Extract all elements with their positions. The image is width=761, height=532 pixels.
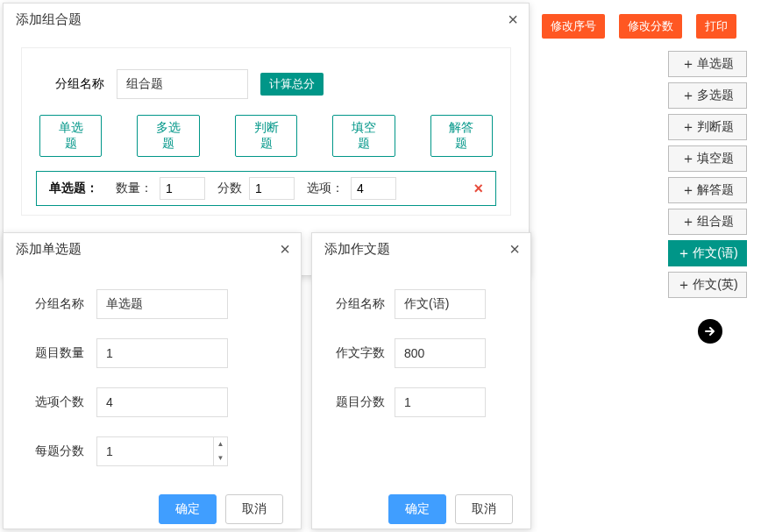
modify-seq-button[interactable]: 修改序号: [542, 14, 605, 39]
config-qty-label: 数量：: [116, 181, 153, 196]
per-score-input[interactable]: [96, 436, 228, 466]
calc-total-button[interactable]: 计算总分: [260, 73, 324, 96]
group-name-label: 分组名称: [326, 296, 395, 312]
plus-icon: ＋: [677, 246, 691, 260]
add-single-dialog: 添加单选题 × 分组名称 题目数量 选项个数 每题分数 ▲ ▼ 确定: [3, 232, 302, 529]
config-score-label: 分数: [217, 181, 242, 196]
side-button-label: 判断题: [697, 119, 734, 135]
side-add-button-0[interactable]: ＋单选题: [668, 51, 747, 77]
ok-button[interactable]: 确定: [159, 494, 217, 524]
per-score-label: 每题分数: [35, 443, 96, 459]
plus-icon: ＋: [677, 278, 691, 292]
dialog-title: 添加单选题: [16, 241, 82, 258]
qtype-judge-button[interactable]: 判断题: [235, 115, 297, 157]
qtype-answer-button[interactable]: 解答题: [430, 115, 493, 157]
side-add-button-3[interactable]: ＋填空题: [668, 145, 747, 172]
print-button[interactable]: 打印: [696, 14, 736, 39]
qty-label: 题目数量: [35, 345, 96, 361]
side-button-label: 组合题: [697, 214, 734, 230]
config-row: 单选题： 数量： 分数 选项： ×: [36, 171, 496, 206]
top-button-row: 修改序号 修改分数 打印: [542, 14, 757, 39]
plus-icon: ＋: [681, 57, 695, 71]
score-label: 题目分数: [326, 394, 395, 410]
next-arrow-icon[interactable]: [698, 319, 722, 344]
plus-icon: ＋: [681, 183, 695, 197]
dialog-title: 添加组合题: [16, 11, 82, 28]
side-add-button-5[interactable]: ＋组合题: [668, 209, 747, 235]
dialog-title: 添加作文题: [324, 241, 390, 258]
dialog-header: 添加组合题 ×: [4, 4, 529, 35]
plus-icon: ＋: [681, 215, 695, 229]
close-icon[interactable]: ×: [509, 240, 520, 258]
side-add-button-4[interactable]: ＋解答题: [668, 177, 747, 203]
side-button-label: 作文(英): [693, 277, 737, 293]
config-score-input[interactable]: [249, 177, 295, 200]
dialog-header: 添加作文题 ×: [312, 233, 530, 265]
options-input[interactable]: [96, 387, 228, 417]
side-button-label: 解答题: [697, 182, 734, 198]
ok-button[interactable]: 确定: [388, 494, 446, 524]
group-name-input[interactable]: [117, 69, 248, 99]
config-qty-input[interactable]: [160, 177, 205, 200]
dialog-header: 添加单选题 ×: [4, 233, 301, 265]
spinner-up-icon[interactable]: ▲: [213, 437, 227, 451]
config-option-label: 选项：: [307, 181, 344, 196]
plus-icon: ＋: [681, 120, 695, 134]
combo-inner-box: 分组名称 计算总分 单选题 多选题 判断题 填空题 解答题 单选题： 数量： 分…: [21, 47, 511, 216]
cancel-button[interactable]: 取消: [455, 494, 513, 524]
side-button-label: 填空题: [697, 151, 734, 167]
side-add-button-7[interactable]: ＋作文(英): [668, 272, 747, 298]
qtype-single-button[interactable]: 单选题: [39, 115, 102, 157]
side-button-label: 作文(语): [693, 245, 737, 261]
spinner-controls: ▲ ▼: [213, 437, 227, 465]
side-button-column: ＋单选题＋多选题＋判断题＋填空题＋解答题＋组合题＋作文(语)＋作文(英): [538, 51, 747, 298]
cancel-button[interactable]: 取消: [225, 494, 283, 524]
group-name-input[interactable]: [395, 289, 486, 319]
score-input[interactable]: [395, 387, 486, 417]
options-label: 选项个数: [35, 394, 96, 410]
words-input[interactable]: [395, 338, 486, 368]
group-name-input[interactable]: [96, 289, 228, 319]
side-add-button-6[interactable]: ＋作文(语): [668, 240, 747, 266]
add-essay-dialog: 添加作文题 × 分组名称 作文字数 题目分数 确定 取消: [311, 232, 531, 529]
right-panel: 修改序号 修改分数 打印 ＋单选题＋多选题＋判断题＋填空题＋解答题＋组合题＋作文…: [538, 14, 757, 344]
side-add-button-1[interactable]: ＋多选题: [668, 82, 747, 109]
modify-score-button[interactable]: 修改分数: [619, 14, 682, 39]
side-add-button-2[interactable]: ＋判断题: [668, 114, 747, 140]
plus-icon: ＋: [681, 152, 695, 166]
qtype-multi-button[interactable]: 多选题: [137, 115, 199, 157]
remove-row-icon[interactable]: ×: [473, 180, 483, 198]
config-option-input[interactable]: [351, 177, 396, 200]
spinner-down-icon[interactable]: ▼: [213, 451, 227, 465]
close-icon[interactable]: ×: [280, 240, 290, 258]
qtype-row: 单选题 多选题 判断题 填空题 解答题: [39, 115, 493, 157]
words-label: 作文字数: [326, 345, 395, 361]
qty-input[interactable]: [96, 338, 228, 368]
config-type-label: 单选题：: [49, 181, 98, 196]
side-button-label: 多选题: [697, 88, 734, 103]
group-name-label: 分组名称: [35, 296, 96, 312]
close-icon[interactable]: ×: [508, 11, 518, 28]
qtype-fill-button[interactable]: 填空题: [332, 115, 395, 157]
side-button-label: 单选题: [697, 56, 734, 72]
plus-icon: ＋: [681, 89, 695, 103]
group-name-label: 分组名称: [55, 76, 104, 92]
